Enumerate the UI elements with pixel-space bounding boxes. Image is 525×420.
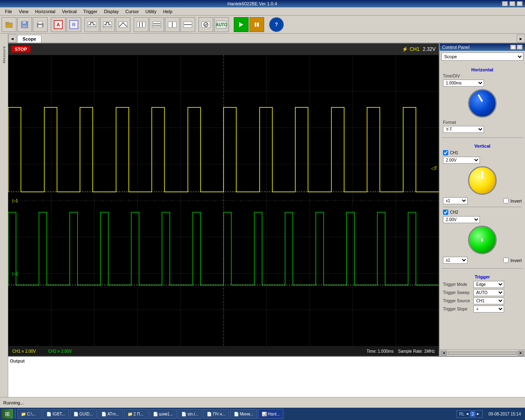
ch2-label: CH2 xyxy=(450,210,458,215)
auto-btn[interactable]: AUTO xyxy=(214,17,229,32)
taskbar-next[interactable]: ► xyxy=(476,412,480,416)
ch2-invert-checkbox[interactable] xyxy=(503,258,509,263)
menu-utility[interactable]: Utility xyxy=(142,8,160,15)
taskbar-rl: RL xyxy=(459,412,465,416)
menu-vertical[interactable]: Vertical xyxy=(59,8,80,15)
cp-close-btn[interactable]: ✕ xyxy=(517,45,523,50)
menu-cursor[interactable]: Cursor xyxy=(122,8,142,15)
ch2-marker: ▷2 xyxy=(12,271,18,276)
menu-trigger[interactable]: Trigger xyxy=(80,8,100,15)
ch1-checkbox[interactable] xyxy=(443,150,448,155)
run-btn[interactable] xyxy=(234,17,249,32)
taskbar-right: RL ◄ 2 ► 09-08-2017 15:14 xyxy=(457,410,523,418)
measure-strip: Measure xyxy=(0,34,8,397)
ch2-scale-select[interactable]: x1 x10 xyxy=(443,257,468,264)
trigger-section: Trigger Trigger Mode Edge Pulse Video Tr… xyxy=(441,271,523,315)
stop-badge: STOP xyxy=(11,46,30,52)
taskbar-item-0[interactable]: 📁C:\... xyxy=(17,409,42,419)
ch1-volt-row: 2.00V 5.00V 1.00V 500mV xyxy=(443,157,522,164)
reset-btn[interactable]: R xyxy=(66,17,81,32)
print-btn[interactable] xyxy=(33,17,48,32)
svg-marker-31 xyxy=(239,22,243,27)
scope-tab[interactable]: Scope xyxy=(17,35,41,43)
horizontal-knob-container xyxy=(443,89,522,118)
ch1-scale-select[interactable]: x1 x10 xyxy=(443,197,468,204)
menu-help[interactable]: Help xyxy=(160,8,176,15)
horizontal-knob[interactable] xyxy=(468,89,497,118)
taskbar-item-8[interactable]: 📄Мини... xyxy=(230,409,257,419)
output-title: Output xyxy=(10,358,523,363)
taskbar-prev[interactable]: ◄ xyxy=(466,412,469,416)
cursor-x-btn[interactable] xyxy=(134,17,148,32)
scope-display-area: STOP ⚡ CH1 2.32V ▷1 ▷2 ◁T CH1 ≡ 2.00V xyxy=(8,43,525,356)
open-btn[interactable] xyxy=(2,17,16,32)
running-status: Running... xyxy=(3,400,24,405)
cp-float-btn[interactable]: ▣ xyxy=(510,45,516,50)
cp-scroll-right[interactable]: ► xyxy=(518,351,524,356)
ch2-knob[interactable] xyxy=(468,226,497,254)
taskbar-item-4[interactable]: 📁2 П... xyxy=(124,409,148,419)
trigger-source-row: Trigger Source CH1 CH2 EXT xyxy=(443,297,522,304)
cursor-single-btn[interactable] xyxy=(165,17,180,32)
ch2-checkbox[interactable] xyxy=(443,210,448,215)
taskbar-item-2[interactable]: 📄GUID... xyxy=(70,409,97,419)
taskbar-sep xyxy=(15,409,16,419)
menu-file[interactable]: File xyxy=(2,8,16,15)
window-controls[interactable]: _ □ ✕ xyxy=(502,1,523,6)
stop-btn[interactable] xyxy=(249,17,264,32)
time-div-row: Time/DIV xyxy=(443,74,522,78)
time-div-select[interactable]: 1.000ms 500us 200us 100us xyxy=(443,80,484,87)
ch2-checkbox-row: CH2 xyxy=(443,210,522,215)
main-area: Measure ◄ Scope ► STOP ⚡ CH1 2.32V xyxy=(0,34,525,397)
cp-controls[interactable]: ▣ ✕ xyxy=(510,45,523,50)
cursor-y-btn[interactable] xyxy=(149,17,164,32)
close-btn[interactable]: ✕ xyxy=(517,1,523,6)
ch2-dc-btn[interactable] xyxy=(100,17,115,32)
trigger-source-select[interactable]: CH1 CH2 EXT xyxy=(473,297,504,304)
ch1-dc-btn[interactable] xyxy=(84,17,99,32)
cp-scope-dropdown[interactable]: Scope xyxy=(441,52,523,61)
ch2-volt-row: 2.00V 5.00V 1.00V 500mV xyxy=(443,216,522,223)
autoscale-btn[interactable]: A xyxy=(51,17,66,32)
taskbar-item-7[interactable]: 📄ПЧ н... xyxy=(203,409,229,419)
taskbar-item-9[interactable]: 📊Hant... xyxy=(258,409,283,419)
trigger-slope-select[interactable]: + - xyxy=(473,306,504,313)
trigger-slope-label: Trigger Slope xyxy=(443,307,472,311)
taskbar-item-6[interactable]: 📄sin.r... xyxy=(178,409,202,419)
minimize-btn[interactable]: _ xyxy=(502,1,508,6)
format-select-row: Y-T X-Y xyxy=(443,126,522,133)
taskbar-item-5[interactable]: 📄шим1... xyxy=(149,409,177,419)
maximize-btn[interactable]: □ xyxy=(509,1,515,6)
tab-right-arrow[interactable]: ► xyxy=(517,34,525,43)
divider-1 xyxy=(441,137,523,138)
ch1-invert-checkbox[interactable] xyxy=(503,198,509,203)
acquire-btn[interactable] xyxy=(199,17,213,32)
tab-left-arrow[interactable]: ◄ xyxy=(8,34,16,43)
svg-rect-33 xyxy=(257,23,259,27)
trigger-source-label: Trigger Source xyxy=(443,299,472,303)
scope-wrapper: ◄ Scope ► STOP ⚡ CH1 2.32V ▷1 ▷2 xyxy=(8,34,525,397)
trigger-mode-select[interactable]: Edge Pulse Video xyxy=(473,281,504,288)
start-button[interactable]: ⊞ xyxy=(2,409,13,419)
svg-text:R: R xyxy=(72,22,75,27)
ch2-scale-row: x1 x10 Invert xyxy=(443,257,522,264)
trigger-sweep-select[interactable]: AUTO NORMAL SINGLE xyxy=(473,289,504,296)
cp-scope-select[interactable]: Scope xyxy=(441,52,523,61)
taskbar-item-1[interactable]: 📄IGBT... xyxy=(43,409,69,419)
triangle-btn[interactable] xyxy=(116,17,130,32)
menu-view[interactable]: View xyxy=(16,8,32,15)
osc-status-bar: CH1 ≡ 2.00V CH2 ≡ 2.00V Time: 1.000ms Sa… xyxy=(8,346,439,356)
ch1-volt-select[interactable]: 2.00V 5.00V 1.00V 500mV xyxy=(443,157,480,164)
help-btn[interactable]: ? xyxy=(269,17,284,32)
cp-scroll-left[interactable]: ◄ xyxy=(441,351,447,356)
ch2-volt-select[interactable]: 2.00V 5.00V 1.00V 500mV xyxy=(443,216,480,223)
cursor-h-btn[interactable] xyxy=(180,17,195,32)
save-btn[interactable] xyxy=(17,17,32,32)
format-select[interactable]: Y-T X-Y xyxy=(443,126,484,133)
menu-display[interactable]: Display xyxy=(100,8,122,15)
output-area: Output xyxy=(8,356,525,397)
ch2-knob-indicator xyxy=(481,238,483,242)
taskbar-item-3[interactable]: 📄ATm... xyxy=(98,409,123,419)
ch1-knob[interactable] xyxy=(468,166,497,195)
menu-horizontal[interactable]: Horizontal xyxy=(32,8,59,15)
